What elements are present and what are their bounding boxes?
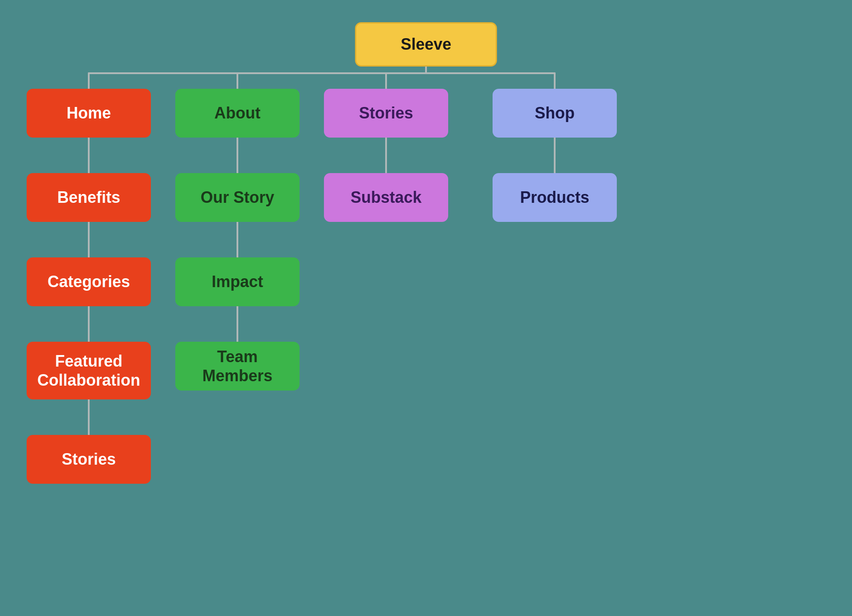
- tree-container: Sleeve Home About Stories Shop Benefits …: [0, 0, 852, 616]
- stories-label: Stories: [359, 103, 413, 122]
- our-story-label: Our Story: [201, 188, 274, 207]
- our-story-node[interactable]: Our Story: [175, 173, 300, 222]
- home-node[interactable]: Home: [27, 89, 151, 138]
- shop-label: Shop: [535, 103, 575, 122]
- stories-child-label: Stories: [62, 450, 116, 469]
- impact-label: Impact: [212, 272, 263, 291]
- about-label: About: [214, 103, 260, 122]
- home-label: Home: [67, 103, 111, 122]
- categories-node[interactable]: Categories: [27, 257, 151, 306]
- substack-node[interactable]: Substack: [324, 173, 448, 222]
- stories-node[interactable]: Stories: [324, 89, 448, 138]
- team-members-node[interactable]: Team Members: [175, 342, 300, 391]
- impact-node[interactable]: Impact: [175, 257, 300, 306]
- benefits-node[interactable]: Benefits: [27, 173, 151, 222]
- stories-child-node[interactable]: Stories: [27, 435, 151, 484]
- substack-label: Substack: [351, 188, 422, 207]
- featured-collab-label: Featured Collaboration: [37, 351, 140, 390]
- team-members-label: Team Members: [184, 347, 291, 385]
- categories-label: Categories: [47, 272, 130, 291]
- benefits-label: Benefits: [57, 188, 120, 207]
- about-node[interactable]: About: [175, 89, 300, 138]
- root-node[interactable]: Sleeve: [355, 22, 497, 67]
- products-label: Products: [520, 188, 589, 207]
- root-label: Sleeve: [401, 35, 451, 54]
- shop-node[interactable]: Shop: [493, 89, 617, 138]
- featured-collab-node[interactable]: Featured Collaboration: [27, 342, 151, 399]
- products-node[interactable]: Products: [493, 173, 617, 222]
